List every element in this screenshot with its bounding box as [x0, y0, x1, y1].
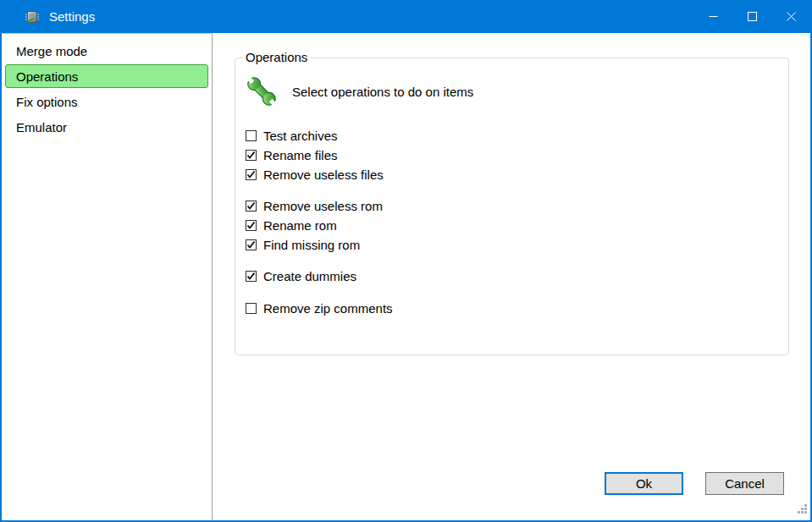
sidebar-item-merge-mode[interactable]: Merge mode — [5, 39, 208, 63]
checkbox-row-remove-useless-files[interactable]: Remove useless files — [246, 165, 788, 184]
checkbox-row-rename-files[interactable]: Rename files — [246, 146, 788, 165]
sidebar-item-fix-options[interactable]: Fix options — [5, 90, 208, 113]
checkbox-label: Remove zip comments — [263, 301, 393, 316]
sidebar-item-label: Operations — [16, 69, 78, 84]
settings-window: Settings Merge mode Operations Fix optio… — [0, 0, 812, 522]
operations-groupbox: Operations — [235, 58, 789, 355]
app-chip-icon — [24, 8, 41, 25]
sidebar-item-emulator[interactable]: Emulator — [5, 115, 208, 139]
checkmark-icon — [246, 151, 256, 160]
sidebar-item-label: Merge mode — [16, 44, 87, 58]
checkbox[interactable] — [246, 271, 257, 282]
close-button[interactable] — [771, 0, 810, 33]
checkmark-icon — [246, 240, 256, 250]
checkbox-label: Find missing rom — [263, 238, 360, 252]
window-controls — [693, 0, 810, 33]
checkbox-row-test-archives[interactable]: Test archives — [246, 126, 788, 146]
close-icon — [787, 12, 796, 21]
minimize-button[interactable] — [693, 0, 732, 33]
resize-grip-icon[interactable] — [795, 502, 808, 518]
window-title: Settings — [49, 9, 693, 24]
operations-description: Select operations to do on items — [292, 85, 473, 99]
checkbox-label: Rename files — [263, 148, 338, 162]
checkbox[interactable] — [246, 201, 257, 212]
checkbox[interactable] — [246, 239, 257, 250]
checkbox-row-remove-useless-rom[interactable]: Remove useless rom — [246, 196, 788, 216]
checkbox[interactable] — [246, 130, 257, 141]
sidebar-item-operations[interactable]: Operations — [5, 64, 208, 88]
maximize-icon — [748, 12, 757, 21]
sidebar-item-label: Fix options — [16, 95, 78, 109]
window-body: Merge mode Operations Fix options Emulat… — [2, 33, 810, 520]
checkbox[interactable] — [246, 150, 257, 161]
ok-button[interactable]: Ok — [605, 472, 683, 495]
titlebar: Settings — [2, 0, 810, 33]
groupbox-title: Operations — [242, 50, 311, 64]
checkbox-label: Test archives — [263, 129, 338, 143]
checkbox-row-find-missing-rom[interactable]: Find missing rom — [246, 235, 788, 255]
operations-header: Select operations to do on items — [235, 58, 788, 109]
checkbox[interactable] — [246, 303, 257, 314]
checkbox[interactable] — [246, 169, 257, 180]
checkbox-label: Remove useless files — [263, 168, 384, 182]
cancel-button[interactable]: Cancel — [705, 472, 784, 495]
checkmark-icon — [246, 170, 256, 179]
checkbox-label: Remove useless rom — [263, 199, 383, 213]
sidebar: Merge mode Operations Fix options Emulat… — [2, 33, 213, 520]
checkbox-row-rename-rom[interactable]: Rename rom — [246, 216, 788, 235]
sidebar-items: Merge mode Operations Fix options Emulat… — [2, 39, 212, 139]
maximize-button[interactable] — [732, 0, 771, 33]
checkmark-icon — [246, 201, 256, 211]
checkbox-label: Create dummies — [263, 269, 356, 283]
wrench-icon — [244, 74, 279, 109]
checkbox-row-remove-zip-comments[interactable]: Remove zip comments — [246, 299, 788, 318]
checkmark-icon — [246, 221, 256, 230]
checkmark-icon — [246, 272, 256, 281]
checkbox-list: Test archives Rename files Remove useles… — [246, 126, 788, 318]
minimize-icon — [709, 12, 718, 21]
sidebar-item-label: Emulator — [16, 120, 67, 135]
content-area: Operations — [213, 33, 810, 520]
checkbox-label: Rename rom — [263, 218, 337, 233]
checkbox-row-create-dummies[interactable]: Create dummies — [246, 266, 788, 286]
checkbox[interactable] — [246, 220, 257, 231]
